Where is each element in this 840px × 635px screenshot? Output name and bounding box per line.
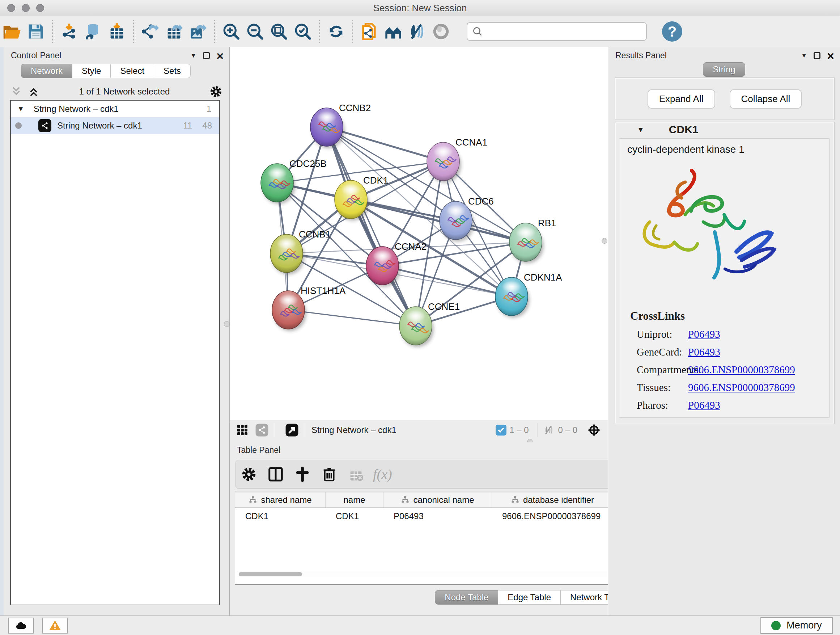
control-panel-menu-icon[interactable]: ▼ xyxy=(190,52,196,59)
import-database-icon[interactable] xyxy=(81,19,105,43)
split-columns-icon[interactable] xyxy=(262,461,289,488)
crosslink-link[interactable]: P06493 xyxy=(688,328,720,340)
import-network-icon[interactable] xyxy=(57,19,81,43)
export-image-icon[interactable] xyxy=(186,19,210,43)
search-icon xyxy=(472,26,483,37)
network-view-title: String Network – cdk1 xyxy=(311,425,396,435)
network-node-count: 11 xyxy=(183,120,192,131)
node-details-header[interactable]: ▼ CDK1 xyxy=(615,122,834,137)
memory-button[interactable]: Memory xyxy=(760,617,833,634)
save-icon[interactable] xyxy=(24,19,48,43)
crosslink-link[interactable]: 9606.ENSP00000378699 xyxy=(688,364,795,376)
control-panel-close-icon[interactable]: × xyxy=(216,52,224,59)
birdseye-grid-icon[interactable] xyxy=(235,423,249,437)
status-bar: Memory xyxy=(0,616,840,635)
cloud-button[interactable] xyxy=(8,618,34,633)
string-network-icon[interactable] xyxy=(255,423,269,437)
results-panel-close-icon[interactable]: × xyxy=(827,52,834,59)
tab-network[interactable]: Network xyxy=(21,64,73,78)
network-collection-row[interactable]: ▼ String Network – cdk1 1 xyxy=(11,101,219,117)
network-options-gear-icon[interactable] xyxy=(209,85,223,98)
tab-string[interactable]: String xyxy=(703,62,745,77)
control-panel-float-icon[interactable] xyxy=(203,52,210,59)
zoom-in-icon[interactable] xyxy=(219,19,243,43)
results-panel-menu-icon[interactable]: ▼ xyxy=(801,52,807,59)
fit-crosshair-icon[interactable] xyxy=(587,423,601,437)
string-app-icon xyxy=(38,119,51,132)
selected-nodes-checkbox[interactable] xyxy=(496,424,507,435)
zoom-out-icon[interactable] xyxy=(243,19,267,43)
node-details-box: ▼ CDK1 cyclin-dependent kinase 1 CrossLi… xyxy=(615,122,835,424)
hidden-eye-slash-icon[interactable] xyxy=(543,424,555,436)
main-toolbar: ? xyxy=(0,16,840,47)
open-icon[interactable] xyxy=(0,19,24,43)
node-ccna1 xyxy=(427,142,461,183)
show-all-icon[interactable] xyxy=(429,19,453,43)
node-details-expander-icon[interactable]: ▼ xyxy=(637,126,644,134)
column-header-name[interactable]: name xyxy=(325,492,384,508)
zoom-fit-icon[interactable] xyxy=(267,19,291,43)
selected-count: 1 – 0 xyxy=(509,425,529,435)
collection-expander-icon[interactable]: ▼ xyxy=(17,105,24,113)
table-panel-title: Table Panel xyxy=(237,445,280,455)
warning-button[interactable] xyxy=(42,618,68,633)
search-input[interactable] xyxy=(487,27,642,36)
window-title: Session: New Session xyxy=(0,3,840,14)
export-table-icon[interactable] xyxy=(162,19,186,43)
crosslink-link[interactable]: P06493 xyxy=(688,399,720,411)
crosslink-label: Pharos: xyxy=(630,399,688,411)
column-header-shared-name[interactable]: shared name xyxy=(235,492,325,508)
scrollbar-thumb[interactable] xyxy=(239,572,302,576)
first-neighbors-icon[interactable] xyxy=(381,19,405,43)
crosslink-row: GeneCard:P06493 xyxy=(630,346,826,358)
tab-edge-table[interactable]: Edge Table xyxy=(498,590,561,605)
table-cell[interactable]: P06493 xyxy=(384,508,492,524)
node-label-ccnb1: CCNB1 xyxy=(299,229,331,240)
import-table-icon[interactable] xyxy=(105,19,129,43)
crosslink-row: Pharos:P06493 xyxy=(630,399,826,411)
tab-node-table[interactable]: Node Table xyxy=(435,590,498,605)
crosslink-link[interactable]: 9606.ENSP00000378699 xyxy=(688,382,795,394)
network-view-toolbar: String Network – cdk1 1 – 0 0 – 0 xyxy=(230,420,608,440)
new-network-file-icon[interactable] xyxy=(357,19,381,43)
open-in-new-window-icon[interactable] xyxy=(285,423,299,437)
node-label-cdc25b: CDC25B xyxy=(289,158,327,169)
table-cell[interactable]: CDK1 xyxy=(235,508,325,524)
network-canvas[interactable]: CCNB2CCNA1CDC25BCDK1CDC6RB1CCNB1CCNA2CDK… xyxy=(230,47,608,420)
collapse-all-networks-icon[interactable] xyxy=(10,86,22,98)
export-network-icon[interactable] xyxy=(138,19,162,43)
expand-all-networks-icon[interactable] xyxy=(27,86,40,98)
delete-table-icon[interactable] xyxy=(343,461,369,488)
refresh-icon[interactable] xyxy=(324,19,348,43)
help-button[interactable]: ? xyxy=(662,21,682,42)
column-header-canonical-name[interactable]: canonical name xyxy=(384,492,492,508)
network-row[interactable]: String Network – cdk1 11 48 xyxy=(11,117,219,134)
node-label-cdc6: CDC6 xyxy=(468,196,494,207)
crosslinks-title: CrossLinks xyxy=(630,310,826,323)
collapse-all-button[interactable]: Collapse All xyxy=(729,89,802,109)
node-ccne1 xyxy=(399,307,434,347)
table-cell[interactable]: 9606.ENSP00000378699 xyxy=(492,508,613,524)
hide-selected-icon[interactable] xyxy=(405,19,429,43)
zoom-selected-icon[interactable] xyxy=(291,19,315,43)
expand-all-button[interactable]: Expand All xyxy=(647,89,715,109)
results-panel-float-icon[interactable] xyxy=(813,52,821,59)
node-label-rb1: RB1 xyxy=(538,218,556,228)
node-label-ccnb2: CCNB2 xyxy=(339,103,371,113)
tab-sets[interactable]: Sets xyxy=(154,64,191,78)
tab-select[interactable]: Select xyxy=(111,64,154,78)
add-icon[interactable] xyxy=(289,461,316,488)
tab-style[interactable]: Style xyxy=(73,64,111,78)
gear-icon[interactable] xyxy=(235,461,262,488)
search-box[interactable] xyxy=(467,22,647,41)
node-ccnb1 xyxy=(270,234,305,275)
right-splitter-handle[interactable] xyxy=(602,238,607,244)
table-cell[interactable]: CDK1 xyxy=(325,508,384,524)
node-ccnb2 xyxy=(310,108,345,149)
column-header-database-identifier[interactable]: database identifier xyxy=(492,492,613,508)
function-builder-icon[interactable]: f(x) xyxy=(373,466,392,482)
left-splitter-handle[interactable] xyxy=(224,321,230,327)
crosslink-link[interactable]: P06493 xyxy=(688,346,720,358)
trash-icon[interactable] xyxy=(316,461,343,488)
network-current-dot xyxy=(15,122,22,129)
